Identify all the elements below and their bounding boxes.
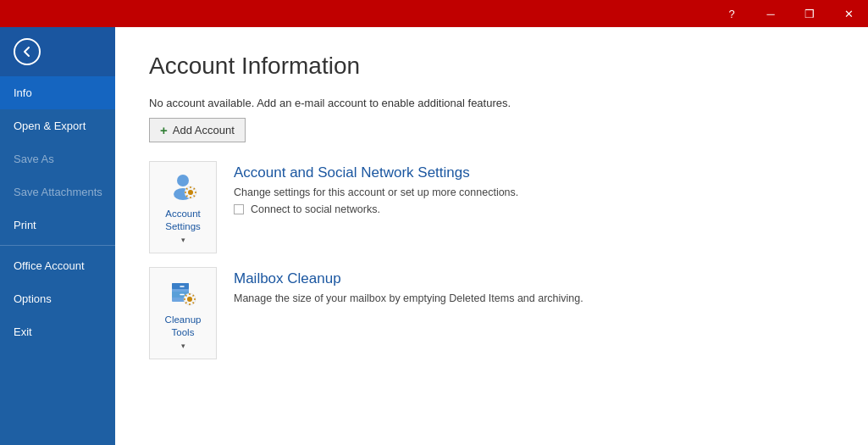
svg-point-0 [177, 175, 189, 186]
page-title: Account Information [149, 53, 834, 80]
cleanup-tools-icon [167, 276, 199, 309]
cleanup-tools-card: Cleanup Tools ▾ Mailbox Cleanup Manage t… [149, 267, 834, 359]
title-bar: ? ─ ❒ ✕ [0, 0, 868, 27]
connect-social-checkbox[interactable] [234, 204, 244, 214]
svg-line-24 [193, 302, 194, 303]
account-settings-info: Account and Social Network Settings Chan… [234, 161, 518, 215]
sidebar-item-save-as: Save As [0, 142, 115, 175]
cleanup-tools-title: Mailbox Cleanup [234, 270, 583, 287]
account-settings-icon [167, 170, 199, 203]
svg-line-10 [194, 188, 195, 189]
sidebar: Info Open & Export Save As Save Attachme… [0, 27, 115, 445]
svg-line-23 [185, 295, 186, 296]
minimize-button[interactable]: ─ [751, 0, 790, 27]
svg-point-18 [187, 297, 192, 302]
svg-line-9 [194, 196, 195, 197]
add-account-label: Add Account [173, 124, 235, 136]
account-settings-title: Account and Social Network Settings [234, 164, 518, 181]
cleanup-tools-info: Mailbox Cleanup Manage the size of your … [234, 267, 583, 309]
no-account-message: No account available. Add an e-mail acco… [149, 97, 834, 109]
cleanup-tools-dropdown-arrow: ▾ [181, 342, 185, 350]
svg-line-11 [186, 196, 187, 197]
back-circle-icon [14, 38, 41, 65]
connect-social-label: Connect to social networks. [251, 203, 380, 215]
sidebar-item-print[interactable]: Print [0, 209, 115, 242]
add-account-icon: + [160, 123, 168, 137]
add-account-button[interactable]: + Add Account [149, 118, 246, 142]
app-body: Info Open & Export Save As Save Attachme… [0, 27, 868, 445]
close-button[interactable]: ✕ [829, 0, 868, 27]
cleanup-tools-icon-button[interactable]: Cleanup Tools ▾ [149, 267, 217, 359]
sidebar-divider [0, 245, 115, 246]
account-settings-sub-item: Connect to social networks. [234, 203, 518, 215]
cleanup-tools-label: Cleanup Tools ▾ [155, 314, 211, 352]
sidebar-item-info[interactable]: Info [0, 76, 115, 109]
sidebar-item-save-attachments: Save Attachments [0, 175, 115, 209]
sidebar-item-exit[interactable]: Exit [0, 315, 115, 348]
restore-button[interactable]: ❒ [790, 0, 829, 27]
sidebar-item-office-account[interactable]: Office Account [0, 249, 115, 282]
svg-line-25 [193, 295, 194, 296]
back-button[interactable] [0, 27, 115, 76]
help-button[interactable]: ? [712, 0, 751, 27]
sidebar-item-open-export[interactable]: Open & Export [0, 109, 115, 142]
content-area: Account Information No account available… [115, 27, 868, 445]
account-settings-desc: Change settings for this account or set … [234, 186, 518, 198]
svg-line-26 [185, 302, 186, 303]
window-controls: ? ─ ❒ ✕ [712, 0, 868, 27]
sidebar-item-options[interactable]: Options [0, 282, 115, 315]
cleanup-tools-desc: Manage the size of your mailbox by empty… [234, 292, 583, 304]
account-settings-dropdown-arrow: ▾ [181, 236, 185, 244]
account-settings-label: Account Settings ▾ [155, 208, 211, 246]
account-settings-card: Account Settings ▾ Account and Social Ne… [149, 161, 834, 253]
svg-line-8 [186, 188, 187, 189]
account-settings-icon-button[interactable]: Account Settings ▾ [149, 161, 217, 253]
svg-point-3 [188, 190, 193, 195]
